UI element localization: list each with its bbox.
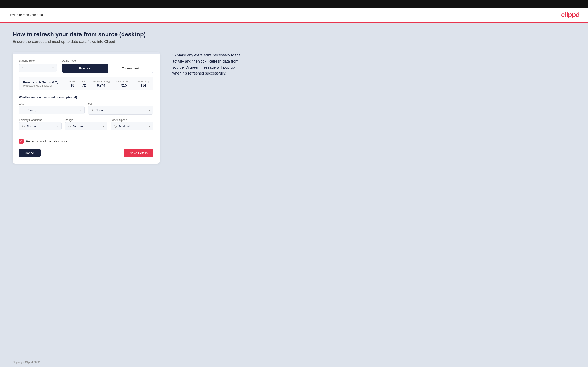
logo: clippd [561,11,579,19]
refresh-label: Refresh shots from data source [26,140,67,143]
par-stat: Par 72 [82,80,86,87]
rain-label: Rain [88,103,94,106]
fairway-select[interactable]: ⊙ Normal ▾ [19,122,62,130]
footer-text: Copyright Clippd 2022 [13,360,40,364]
rain-icon: ✦ [91,108,94,112]
rough-select[interactable]: ⊙ Moderate ▾ [65,122,108,130]
wind-value: Strong [27,108,78,112]
holes-value: 18 [69,83,75,87]
fairway-label: Fairway Conditions [19,118,42,122]
wind-rain-row: Wind 〰 Strong ▾ Rain ✦ None ▾ [19,102,154,115]
chevron-down-icon: ▾ [149,125,150,128]
footer: Copyright Clippd 2022 [0,357,588,367]
green-speed-label: Green Speed [111,118,127,122]
instruction-text: 3) Make any extra edits necessary to the… [172,52,244,76]
chevron-down-icon: ▾ [80,109,81,112]
holes-stat: Holes 18 [69,80,75,87]
rough-label: Rough [65,118,73,122]
green-speed-value: Moderate [119,125,147,128]
divider [19,134,154,135]
rough-icon: ⊙ [68,124,71,128]
practice-button[interactable]: Practice [62,64,108,73]
par-label: Par [82,80,86,83]
form-card: Starting Hole 1 ▾ Game Type Practice Tou… [13,52,160,164]
yards-label: Yards/White (M)) [93,80,110,83]
fairway-value: Normal [27,125,55,128]
rough-group: Rough ⊙ Moderate ▾ [65,118,108,130]
conditions-title: Weather and course conditions (optional) [19,96,154,99]
refresh-checkbox[interactable]: ✓ [19,139,24,144]
chevron-down-icon: ▾ [103,125,104,128]
course-rating-stat: Course rating 72.5 [116,80,130,87]
content-row: Starting Hole 1 ▾ Game Type Practice Tou… [13,52,575,164]
chevron-down-icon: ▾ [57,125,59,128]
fairway-group: Fairway Conditions ⊙ Normal ▾ [19,118,62,130]
course-info: Royal North Devon GC, Westward Ho!, Engl… [23,80,58,87]
page-subheading: Ensure the correct and most up to date d… [13,40,575,44]
rain-value: None [96,109,147,112]
wind-icon: 〰 [22,108,26,112]
course-location: Westward Ho!, England [23,84,58,87]
starting-hole-group: Starting Hole 1 ▾ [19,59,57,73]
slope-rating-label: Slope rating [137,80,149,83]
course-row: Royal North Devon GC, Westward Ho!, Engl… [19,77,154,91]
form-row-top: Starting Hole 1 ▾ Game Type Practice Tou… [19,59,154,73]
rough-value: Moderate [73,125,101,128]
tournament-button[interactable]: Tournament [108,64,153,73]
course-rating-label: Course rating [116,80,130,83]
checkmark-icon: ✓ [20,140,23,143]
yards-value: 6,744 [93,83,110,87]
chevron-down-icon: ▾ [149,109,150,112]
page-heading: How to refresh your data from source (de… [13,31,575,38]
starting-hole-label: Starting Hole [19,59,57,62]
button-row: Cancel Save Details [19,149,154,157]
game-type-label: Game Type [62,59,154,62]
fairway-icon: ⊙ [22,124,25,128]
game-type-buttons: Practice Tournament [62,64,154,73]
green-speed-icon: ◎ [114,124,117,128]
wind-group: Wind 〰 Strong ▾ [19,102,85,115]
header: How to refresh your data clippd [0,8,588,23]
green-speed-group: Green Speed ◎ Moderate ▾ [111,118,154,130]
slope-rating-value: 134 [137,83,149,87]
wind-label: Wind [19,103,25,106]
rain-group: Rain ✦ None ▾ [88,102,154,115]
save-button[interactable]: Save Details [124,149,154,157]
yards-stat: Yards/White (M)) 6,744 [93,80,110,87]
fairway-rough-green-row: Fairway Conditions ⊙ Normal ▾ Rough ⊙ Mo… [19,118,154,130]
course-rating-value: 72.5 [116,83,130,87]
green-speed-select[interactable]: ◎ Moderate ▾ [111,122,154,130]
refresh-checkbox-row: ✓ Refresh shots from data source [19,139,154,144]
main-content: How to refresh your data from source (de… [0,23,588,357]
rain-select[interactable]: ✦ None ▾ [88,106,154,115]
holes-label: Holes [69,80,75,83]
starting-hole-value: 1 [22,66,24,70]
slope-rating-stat: Slope rating 134 [137,80,149,87]
top-bar [0,0,588,8]
par-value: 72 [82,83,86,87]
starting-hole-select[interactable]: 1 ▾ [19,64,57,72]
game-type-group: Game Type Practice Tournament [62,59,154,73]
course-name: Royal North Devon GC, [23,80,58,84]
cancel-button[interactable]: Cancel [19,149,41,157]
chevron-down-icon: ▾ [52,67,54,69]
course-stats: Holes 18 Par 72 Yards/White (M)) 6,744 C… [69,80,149,87]
card-top-bar [13,52,160,54]
header-title: How to refresh your data [9,13,43,17]
wind-select[interactable]: 〰 Strong ▾ [19,106,85,114]
